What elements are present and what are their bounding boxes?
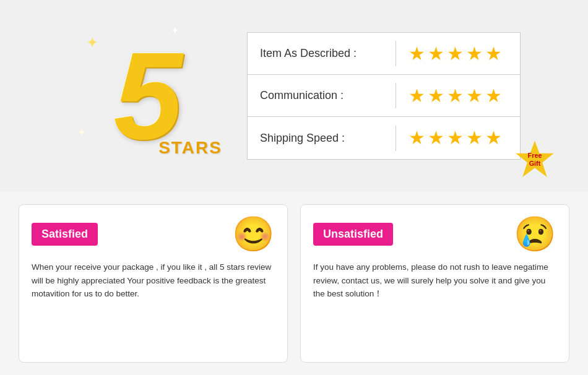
star-3: ★ <box>447 129 464 147</box>
rating-row-shipping: Shipping Speed : ★ ★ ★ ★ ★ <box>248 117 520 159</box>
star-3: ★ <box>447 45 464 63</box>
unsatisfied-card: Unsatisfied 😢 If you have any problems, … <box>300 204 569 363</box>
star-4: ★ <box>466 45 483 63</box>
star-1: ★ <box>409 45 425 63</box>
svg-text:Free: Free <box>528 152 542 159</box>
rating-stars-communication: ★ ★ ★ ★ ★ <box>396 80 520 111</box>
unsatisfied-emoji: 😢 <box>514 217 556 251</box>
unsatisfied-header: Unsatisfied 😢 <box>313 217 556 251</box>
satisfied-emoji: 😊 <box>232 217 275 251</box>
rating-row-described: Item As Described : ★ ★ ★ ★ ★ <box>248 33 520 75</box>
free-gift-badge: Free Gift <box>514 139 556 181</box>
rating-row-communication: Communication : ★ ★ ★ ★ ★ <box>248 75 520 117</box>
rating-label-communication: Communication : <box>248 83 396 108</box>
star-1: ★ <box>409 87 425 105</box>
star-3: ★ <box>447 87 464 105</box>
sparkle-icon-2: ✦ <box>171 25 179 37</box>
star-5: ★ <box>485 87 502 105</box>
sparkle-icon-1: ✦ <box>86 34 98 51</box>
star-5: ★ <box>485 45 502 63</box>
unsatisfied-text: If you have any problems, please do not … <box>313 261 556 301</box>
ratings-table: Item As Described : ★ ★ ★ ★ ★ Communicat… <box>247 32 521 160</box>
satisfied-text: When your receive your package , if you … <box>32 261 275 301</box>
svg-text:Gift: Gift <box>529 160 541 167</box>
star-1: ★ <box>409 129 425 147</box>
star-5: ★ <box>485 129 502 147</box>
rating-label-described: Item As Described : <box>248 41 396 66</box>
star-2: ★ <box>428 87 444 105</box>
stars-text: STARS <box>158 138 222 158</box>
top-section: ✦ ✦ ✦ 5 STARS Item As Described : ★ ★ ★ … <box>0 0 588 192</box>
satisfied-badge: Satisfied <box>32 223 98 246</box>
sparkle-icon-3: ✦ <box>77 126 86 139</box>
rating-stars-described: ★ ★ ★ ★ ★ <box>396 38 520 69</box>
star-4: ★ <box>466 87 483 105</box>
satisfied-card: Satisfied 😊 When your receive your packa… <box>19 204 288 363</box>
unsatisfied-badge: Unsatisfied <box>313 223 393 246</box>
rating-label-shipping: Shipping Speed : <box>248 126 396 151</box>
star-2: ★ <box>428 129 444 147</box>
star-4: ★ <box>466 129 483 147</box>
five-stars-badge: ✦ ✦ ✦ 5 STARS <box>67 15 228 176</box>
rating-stars-shipping: ★ ★ ★ ★ ★ <box>396 123 520 153</box>
bottom-section: Satisfied 😊 When your receive your packa… <box>0 192 588 375</box>
star-2: ★ <box>428 45 444 63</box>
satisfied-header: Satisfied 😊 <box>32 217 275 251</box>
